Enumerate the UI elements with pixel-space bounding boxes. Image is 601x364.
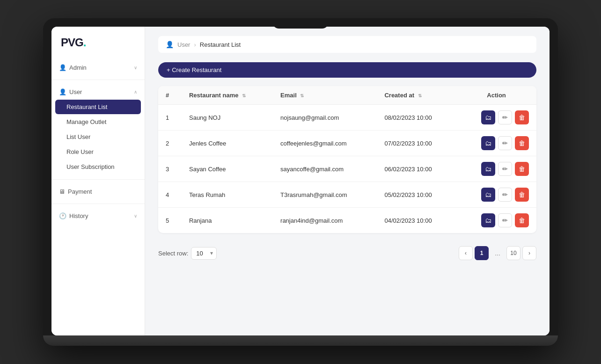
edit-icon: ✏ xyxy=(502,217,508,224)
sidebar-divider-3 xyxy=(51,204,145,204)
col-restaurant-name[interactable]: Restaurant name ⇅ xyxy=(182,86,273,105)
folder-icon: 🗂 xyxy=(485,191,491,198)
cell-action: 🗂 ✏ 🗑 xyxy=(456,156,536,182)
folder-button[interactable]: 🗂 xyxy=(481,136,495,150)
cell-num: 1 xyxy=(158,105,182,131)
col-created-at[interactable]: Created at ⇅ xyxy=(377,86,456,105)
cell-email: coffeejenles@gmail.com xyxy=(273,131,377,156)
edit-icon: ✏ xyxy=(502,165,508,173)
delete-button[interactable]: 🗑 xyxy=(515,162,529,176)
admin-icon: 👤 xyxy=(59,64,66,71)
restaurant-table: # Restaurant name ⇅ Email ⇅ Created at ⇅… xyxy=(158,86,536,233)
user-chevron: ∧ xyxy=(134,89,137,95)
cell-action: 🗂 ✏ 🗑 xyxy=(456,131,536,156)
cell-name: Saung NOJ xyxy=(182,105,273,131)
sidebar-item-restaurant-list[interactable]: Restaurant List xyxy=(55,100,141,114)
pagination-last-page[interactable]: 10 xyxy=(506,246,520,260)
folder-button[interactable]: 🗂 xyxy=(481,188,495,202)
breadcrumb-current: Restaurant List xyxy=(200,41,241,48)
row-select-label: Select row: xyxy=(158,250,188,257)
sidebar-item-label: Manage Outlet xyxy=(66,118,106,125)
delete-button[interactable]: 🗑 xyxy=(515,188,529,202)
logo: PVG. xyxy=(51,36,145,58)
main-content: 👤 User › Restaurant List + Create Restau… xyxy=(145,27,550,335)
sidebar-item-label: List User xyxy=(66,133,90,140)
pagination-page-1[interactable]: 1 xyxy=(475,246,489,260)
folder-icon: 🗂 xyxy=(485,165,491,173)
table-row: 3 Sayan Coffee sayancoffe@gmail.com 06/0… xyxy=(158,156,536,182)
delete-button[interactable]: 🗑 xyxy=(515,110,529,124)
col-action: Action xyxy=(456,86,536,105)
breadcrumb-icon: 👤 xyxy=(166,41,174,48)
table-footer: Select row: 5 10 20 50 ‹ 1 ... 10 xyxy=(158,242,536,264)
delete-button[interactable]: 🗑 xyxy=(515,136,529,150)
sidebar-item-label: Role User xyxy=(66,148,94,155)
breadcrumb: 👤 User › Restaurant List xyxy=(158,36,536,53)
table-header-row: # Restaurant name ⇅ Email ⇅ Created at ⇅… xyxy=(158,86,536,105)
sidebar-item-role-user[interactable]: Role User xyxy=(55,145,141,159)
breadcrumb-root: User xyxy=(177,41,190,48)
folder-button[interactable]: 🗂 xyxy=(481,162,495,176)
cell-num: 5 xyxy=(158,208,182,233)
cell-action: 🗂 ✏ 🗑 xyxy=(456,182,536,208)
col-num: # xyxy=(158,86,182,105)
history-icon: 🕐 xyxy=(59,212,66,219)
sidebar-admin-group[interactable]: 👤 Admin ∨ xyxy=(51,60,145,75)
cell-date: 04/02/2023 10:00 xyxy=(377,208,456,233)
pagination-next[interactable]: › xyxy=(522,246,536,260)
pagination-prev[interactable]: ‹ xyxy=(459,246,473,260)
cell-num: 3 xyxy=(158,156,182,182)
cell-email: sayancoffe@gmail.com xyxy=(273,156,377,182)
edit-button[interactable]: ✏ xyxy=(498,213,512,227)
sidebar-item-manage-outlet[interactable]: Manage Outlet xyxy=(55,115,141,129)
cell-name: Jenles Coffee xyxy=(182,131,273,156)
folder-button[interactable]: 🗂 xyxy=(481,213,495,227)
cell-num: 2 xyxy=(158,131,182,156)
cell-name: Ranjana xyxy=(182,208,273,233)
edit-button[interactable]: ✏ xyxy=(498,136,512,150)
sidebar-payment-group[interactable]: 🖥 Payment xyxy=(51,184,145,199)
cell-email: ranjan4ind@gmail.com xyxy=(273,208,377,233)
delete-icon: 🗑 xyxy=(519,114,525,121)
col-email[interactable]: Email ⇅ xyxy=(273,86,377,105)
edit-button[interactable]: ✏ xyxy=(498,110,512,124)
delete-button[interactable]: 🗑 xyxy=(515,213,529,227)
user-label: User xyxy=(69,88,82,95)
table-row: 2 Jenles Coffee coffeejenles@gmail.com 0… xyxy=(158,131,536,156)
sidebar-divider-2 xyxy=(51,179,145,180)
cell-date: 06/02/2023 10:00 xyxy=(377,156,456,182)
sidebar: PVG. 👤 Admin ∨ 👤 User xyxy=(51,27,145,335)
delete-icon: 🗑 xyxy=(519,217,525,224)
delete-icon: 🗑 xyxy=(519,139,525,147)
edit-icon: ✏ xyxy=(502,191,508,198)
admin-label: Admin xyxy=(69,64,87,71)
folder-icon: 🗂 xyxy=(485,114,491,121)
cell-date: 08/02/2023 10:00 xyxy=(377,105,456,131)
logo-text: PVG xyxy=(61,36,83,49)
pagination-ellipsis: ... xyxy=(491,246,505,260)
logo-dot: . xyxy=(83,36,86,49)
folder-button[interactable]: 🗂 xyxy=(481,110,495,124)
sidebar-item-label: Restaurant List xyxy=(66,103,107,110)
sidebar-item-list-user[interactable]: List User xyxy=(55,130,141,144)
row-select-wrapper: 5 10 20 50 xyxy=(191,247,217,260)
payment-label: Payment xyxy=(68,188,92,195)
cell-name: Sayan Coffee xyxy=(182,156,273,182)
sidebar-user-group[interactable]: 👤 User ∧ xyxy=(51,85,145,99)
edit-button[interactable]: ✏ xyxy=(498,162,512,176)
delete-icon: 🗑 xyxy=(519,191,525,198)
cell-email: T3rasrumah@gmail.com xyxy=(273,182,377,208)
cell-date: 05/02/2023 10:00 xyxy=(377,182,456,208)
sidebar-history-group[interactable]: 🕐 History ∨ xyxy=(51,209,145,223)
edit-button[interactable]: ✏ xyxy=(498,188,512,202)
payment-icon: 🖥 xyxy=(59,188,65,195)
sort-icon-date: ⇅ xyxy=(418,93,422,98)
row-select-dropdown[interactable]: 5 10 20 50 xyxy=(191,247,217,260)
table-row: 1 Saung NOJ nojsaung@gmail.com 08/02/202… xyxy=(158,105,536,131)
cell-name: Teras Rumah xyxy=(182,182,273,208)
sort-icon-name: ⇅ xyxy=(242,93,246,98)
create-restaurant-button[interactable]: + Create Restaurant xyxy=(158,62,536,78)
sidebar-item-user-subscription[interactable]: User Subscription xyxy=(55,160,141,174)
admin-chevron: ∨ xyxy=(134,65,137,70)
folder-icon: 🗂 xyxy=(485,139,491,147)
